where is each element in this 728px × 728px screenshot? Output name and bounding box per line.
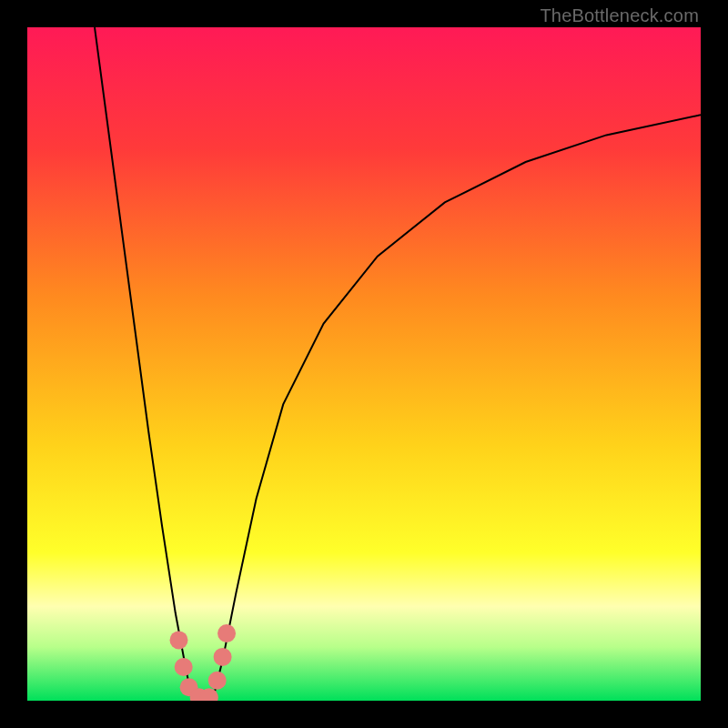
chart-svg <box>27 27 701 701</box>
curve-marker <box>217 624 236 642</box>
curve-marker <box>208 672 227 690</box>
curve-marker <box>175 658 193 676</box>
watermark-text: TheBottleneck.com <box>540 5 699 26</box>
chart-plot-area <box>27 27 701 701</box>
curve-marker <box>214 648 232 666</box>
gradient-background <box>27 27 701 701</box>
curve-marker <box>170 631 188 649</box>
